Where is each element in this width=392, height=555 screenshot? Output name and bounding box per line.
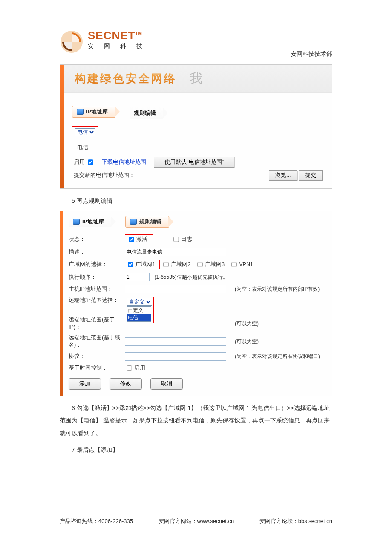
- footer-site: 安网官方网站：www.secnet.cn: [159, 517, 234, 525]
- tab-bar: IP地址库 规则编辑: [69, 216, 326, 228]
- tab-icon: [73, 219, 80, 225]
- use-default-range-button[interactable]: 使用默认“电信地址范围”: [154, 157, 234, 168]
- host-range-input[interactable]: [125, 285, 226, 293]
- time-enable-checkbox[interactable]: [127, 365, 132, 370]
- header-divider: [60, 60, 332, 60]
- submit-range-label: 提交新的电信地址范围：: [74, 172, 135, 179]
- logo-brand: SECNETTM: [88, 30, 147, 41]
- tab-label: IP地址库: [86, 108, 108, 116]
- protocol-note: (为空：表示对该规定所有协议和端口): [235, 353, 320, 360]
- logo-swirl-icon: [60, 30, 84, 54]
- row-host-range: 主机IP地址范围： (为空：表示对该规定所有内部IP有效): [69, 283, 326, 295]
- time-enable-label: 启用: [134, 365, 145, 371]
- sidebar-stripe: [60, 211, 63, 396]
- banner-script: 我: [190, 70, 202, 87]
- enable-checkbox[interactable]: [88, 159, 93, 165]
- remote-ip-note: (可以为空): [235, 320, 259, 327]
- step-5-text: 5 再点规则编辑: [72, 195, 332, 207]
- banner-title: 构建绿色安全网络: [75, 71, 177, 86]
- fieldset-legend: 电信: [77, 144, 324, 151]
- tab-ip-library[interactable]: IP地址库: [72, 106, 115, 118]
- document-page: SECNETTM 安 网 科 技 安网科技技术部 构建绿色安全网络 我 IP地址…: [0, 0, 392, 555]
- activate-checkbox[interactable]: [129, 237, 134, 242]
- order-hint: (1-65535)值越小越优先被执行。: [154, 274, 228, 280]
- sidebar-stripe: [60, 65, 64, 188]
- remote-option-custom[interactable]: 自定义: [127, 307, 151, 314]
- wan-label: 广域网的选择：: [69, 261, 125, 268]
- tab-bar: IP地址库 规则编辑: [72, 106, 324, 119]
- row-state: 状态： 激活 日志: [69, 233, 326, 246]
- tab-icon: [130, 219, 137, 225]
- vpn1-checkbox[interactable]: [231, 262, 236, 267]
- tab-label: 规则编辑: [139, 218, 161, 225]
- host-range-label: 主机IP地址范围：: [69, 286, 125, 293]
- remote-ip-label: 远端地址范围(基于IP)：: [69, 316, 125, 331]
- logo-subtitle: 安 网 科 技: [88, 43, 147, 50]
- host-range-note: (为空：表示对该规定所有内部IP有效): [235, 286, 320, 293]
- description-label: 描述：: [69, 249, 125, 256]
- time-control-label: 基于时间控制：: [69, 364, 125, 372]
- state-label: 状态：: [69, 236, 125, 243]
- carrier-select-highlight: 电信: [72, 126, 98, 138]
- tab-rule-edit[interactable]: 规则编辑: [125, 216, 169, 228]
- wan3-label: 广域网3: [205, 261, 225, 267]
- order-label: 执行顺序：: [69, 274, 125, 281]
- row-wan: 广域网的选择： 广域网1 广域网2 广域网3 VPN1: [69, 258, 326, 271]
- banner: 构建绿色安全网络 我: [64, 65, 332, 93]
- browse-button[interactable]: 浏览...: [269, 170, 297, 181]
- remote-range-options[interactable]: 自定义 电信: [127, 306, 151, 322]
- protocol-input[interactable]: [125, 352, 226, 361]
- wan2-checkbox[interactable]: [163, 262, 168, 267]
- fieldset-divider: [72, 153, 324, 153]
- step-7-text: 7 最后点【添加】: [60, 444, 332, 456]
- download-range-link[interactable]: 下载电信地址范围: [102, 159, 146, 166]
- tab-icon: [77, 109, 84, 115]
- remote-select-highlight: 自定义 自定义 电信: [125, 297, 154, 323]
- row-order: 执行顺序： (1-65535)值越小越优先被执行。: [69, 271, 326, 283]
- remote-domain-input[interactable]: [125, 337, 226, 346]
- enable-label: 启用: [74, 159, 85, 165]
- footer-divider: [60, 515, 332, 515]
- modify-button[interactable]: 修改: [110, 378, 142, 390]
- wan1-label: 广域网1: [135, 261, 155, 267]
- wan2-label: 广域网2: [171, 261, 190, 267]
- page-footer: 产品咨询热线：4006-226-335 安网官方网站：www.secnet.cn…: [60, 515, 332, 525]
- activate-label: 激活: [136, 236, 147, 242]
- row-time-control: 基于时间控制： 启用: [69, 362, 326, 374]
- remote-option-ct[interactable]: 电信: [127, 314, 151, 321]
- row-protocol: 协议： (为空：表示对该规定所有协议和端口): [69, 350, 326, 362]
- add-button[interactable]: 添加: [69, 378, 101, 390]
- step-6-text: 6 勾选【激活】>>添加描述>>勾选【广域网 1】（我这里以广域网 1 为电信出…: [60, 402, 332, 439]
- vpn1-label: VPN1: [239, 261, 253, 267]
- submit-button[interactable]: 提交: [299, 170, 323, 181]
- remote-domain-note: (可以为空): [235, 338, 259, 345]
- row-remote-domain: 远端地址范围(基于域名)： (可以为空): [69, 332, 326, 350]
- tab-label: IP地址库: [82, 218, 104, 225]
- activate-highlight: 激活: [125, 234, 153, 244]
- description-input[interactable]: [125, 248, 226, 256]
- remote-range-select[interactable]: 自定义: [127, 298, 152, 306]
- footer-hotline: 产品咨询热线：4006-226-335: [60, 517, 133, 525]
- tab-ip-library[interactable]: IP地址库: [69, 216, 111, 227]
- carrier-select[interactable]: 电信: [75, 128, 95, 136]
- order-input[interactable]: [125, 273, 150, 281]
- tab-rule-edit[interactable]: 规则编辑: [130, 107, 163, 119]
- protocol-label: 协议：: [69, 353, 125, 360]
- remote-select-label: 远端地址范围选择：: [69, 297, 125, 304]
- form-actions: 添加 修改 取消: [69, 378, 326, 390]
- wan1-highlight: 广域网1: [125, 260, 160, 269]
- remote-domain-label: 远端地址范围(基于域名)：: [69, 334, 125, 349]
- enable-field: 启用: [74, 158, 94, 166]
- tab-label: 规则编辑: [134, 109, 156, 117]
- wan3-checkbox[interactable]: [197, 262, 202, 267]
- screenshot-rule-edit: IP地址库 规则编辑 状态： 激活 日志: [60, 211, 332, 396]
- log-label: 日志: [181, 236, 192, 242]
- log-checkbox[interactable]: [173, 237, 179, 242]
- cancel-button[interactable]: 取消: [150, 378, 183, 390]
- screenshot-ip-library: 构建绿色安全网络 我 IP地址库 规则编辑 电信: [60, 64, 332, 189]
- row-description: 描述：: [69, 246, 326, 258]
- header-department: 安网科技技术部: [60, 50, 332, 58]
- footer-bbs: 安网官方论坛：bbs.secnet.cn: [259, 517, 332, 525]
- wan1-checkbox[interactable]: [128, 262, 133, 267]
